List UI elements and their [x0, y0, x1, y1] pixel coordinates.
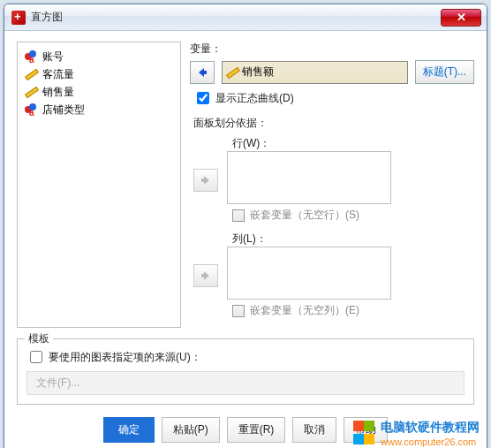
list-item[interactable]: 客流量: [25, 65, 173, 83]
titles-button[interactable]: 标题(T)...: [415, 60, 474, 84]
use-template-label: 要使用的图表指定项的来源(U)：: [49, 350, 201, 365]
list-item[interactable]: a 账号: [25, 48, 173, 65]
normal-curve-input[interactable]: [197, 92, 209, 104]
nominal-icon: a: [25, 103, 37, 116]
cols-label: 列(L)：: [232, 232, 474, 247]
var-label: 店铺类型: [42, 103, 85, 118]
window-title: 直方图: [31, 10, 63, 25]
arrow-left-icon: [196, 66, 208, 79]
nest-rows-checkbox: [232, 209, 245, 222]
normal-curve-checkbox[interactable]: 显示正态曲线(D): [193, 89, 474, 107]
variable-value: 销售额: [242, 65, 274, 80]
arrow-right-icon: [200, 174, 212, 186]
nest-cols-label: 嵌套变量（无空列）(E): [250, 303, 359, 318]
scale-icon: [25, 68, 37, 80]
watermark-title: 电脑软硬件教程网: [381, 420, 480, 434]
var-label: 账号: [42, 49, 64, 65]
scale-icon: [226, 66, 238, 79]
ok-button[interactable]: 确定: [103, 417, 155, 443]
nest-rows-label: 嵌套变量（无空行）(S): [250, 208, 359, 223]
list-item[interactable]: 销售量: [25, 83, 173, 101]
help-button[interactable]: 帮助: [344, 417, 388, 443]
move-col-button[interactable]: [193, 264, 218, 287]
button-bar: 确定 粘贴(P) 重置(R) 取消 帮助 电脑软硬件教程网 www.comput…: [17, 417, 474, 443]
variable-target-field[interactable]: 销售额: [222, 61, 408, 84]
file-button: 文件(F)...: [26, 371, 465, 395]
scale-icon: [25, 86, 37, 98]
move-variable-button[interactable]: [190, 61, 215, 84]
paste-button[interactable]: 粘贴(P): [162, 417, 220, 443]
arrow-right-icon: [200, 270, 212, 282]
cancel-button[interactable]: 取消: [292, 417, 336, 443]
cols-list[interactable]: [227, 247, 391, 300]
panel-by-label: 面板划分依据：: [193, 116, 474, 131]
use-template-checkbox[interactable]: 要使用的图表指定项的来源(U)：: [26, 348, 465, 366]
rows-list[interactable]: [227, 151, 391, 204]
normal-curve-label: 显示正态曲线(D): [215, 91, 294, 106]
dialog-window: 直方图 ✕ a 账号 客流量 销售量 a 店铺类型: [4, 4, 487, 448]
list-item[interactable]: a 店铺类型: [25, 101, 173, 118]
app-icon: [11, 11, 26, 25]
watermark-url: www.computer26.com: [381, 437, 476, 447]
var-label: 销售量: [42, 85, 74, 100]
move-row-button[interactable]: [193, 169, 218, 192]
reset-button[interactable]: 重置(R): [227, 417, 286, 443]
close-button[interactable]: ✕: [441, 9, 481, 27]
var-label: 客流量: [42, 67, 74, 82]
use-template-input[interactable]: [30, 351, 42, 363]
close-icon: ✕: [457, 11, 466, 24]
template-legend: 模板: [25, 331, 53, 346]
template-group: 模板 要使用的图表指定项的来源(U)： 文件(F)...: [17, 338, 474, 405]
source-variable-list[interactable]: a 账号 客流量 销售量 a 店铺类型: [17, 42, 181, 328]
variable-label: 变量：: [190, 42, 474, 57]
title-bar[interactable]: 直方图 ✕: [4, 4, 487, 31]
rows-label: 行(W)：: [232, 136, 474, 151]
nominal-icon: a: [25, 50, 37, 63]
nest-cols-checkbox: [232, 305, 245, 317]
